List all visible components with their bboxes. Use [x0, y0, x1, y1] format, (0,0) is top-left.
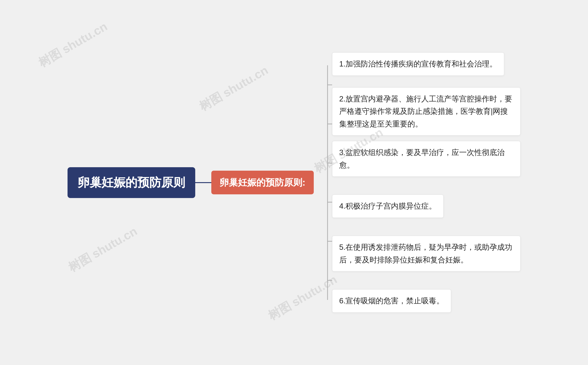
branch-box-3: 3.盆腔软组织感染，要及早治疗，应一次性彻底治愈。 — [332, 141, 520, 177]
branch-row-4: 4.积极治疗子宫内膜异位症。 — [332, 187, 520, 226]
branch-row-6: 6.宣传吸烟的危害，禁止吸毒。 — [332, 281, 520, 321]
diagram-container: 树图 shutu.cn 树图 shutu.cn 树图 shutu.cn 树图 s… — [0, 0, 588, 365]
branch-text-2: 2.放置宫内避孕器、施行人工流产等宫腔操作时，要严格遵守操作常规及防止感染措施，… — [339, 95, 513, 128]
branch-box-4: 4.积极治疗子宫内膜异位症。 — [332, 195, 444, 218]
branch-text-1: 1.加强防治性传播疾病的宣传教育和社会治理。 — [339, 60, 497, 68]
main-title-box: 卵巢妊娠的预防原则 — [68, 167, 195, 198]
branch-box-2: 2.放置宫内避孕器、施行人工流产等宫腔操作时，要严格遵守操作常规及防止感染措施，… — [332, 87, 520, 135]
branch-box-1: 1.加强防治性传播疾病的宣传教育和社会治理。 — [332, 52, 504, 75]
branch-box-6: 6.宣传吸烟的危害，禁止吸毒。 — [332, 289, 451, 312]
branch-box-5: 5.在使用诱发排泄药物后，疑为早孕时，或助孕成功后，要及时排除异位妊娠和复合妊娠… — [332, 236, 520, 271]
sub-title-text: 卵巢妊娠的预防原则: — [220, 177, 305, 187]
branch-text-6: 6.宣传吸烟的危害，禁止吸毒。 — [339, 296, 444, 305]
mind-map: 卵巢妊娠的预防原则 卵巢妊娠的预防原则: — [68, 41, 520, 325]
left-section: 卵巢妊娠的预防原则 卵巢妊娠的预防原则: — [68, 167, 313, 198]
branch-row-1: 1.加强防治性传播疾病的宣传教育和社会治理。 — [332, 45, 520, 84]
branch-row-2: 2.放置宫内避孕器、施行人工流产等宫腔操作时，要严格遵守操作常规及防止感染措施，… — [332, 92, 520, 131]
branch-text-3: 3.盆腔软组织感染，要及早治疗，应一次性彻底治愈。 — [339, 148, 505, 169]
brace-and-branches: 1.加强防治性传播疾病的宣传教育和社会治理。 2.放置宫内避孕器、施行人工流产等… — [314, 41, 520, 325]
main-title-text: 卵巢妊娠的预防原则 — [78, 176, 185, 189]
branch-row-5: 5.在使用诱发排泄药物后，疑为早孕时，或助孕成功后，要及时排除异位妊娠和复合妊娠… — [332, 234, 520, 273]
sub-title-box: 卵巢妊娠的预防原则: — [211, 171, 313, 194]
branch-text-4: 4.积极治疗子宫内膜异位症。 — [339, 202, 437, 210]
main-to-sub-connector — [195, 182, 211, 183]
branch-row-3: 3.盆腔软组织感染，要及早治疗，应一次性彻底治愈。 — [332, 139, 520, 178]
branch-text-5: 5.在使用诱发排泄药物后，疑为早孕时，或助孕成功后，要及时排除异位妊娠和复合妊娠… — [339, 243, 513, 264]
branches-column: 1.加强防治性传播疾病的宣传教育和社会治理。 2.放置宫内避孕器、施行人工流产等… — [332, 41, 520, 325]
brace-connector-svg — [314, 65, 332, 300]
